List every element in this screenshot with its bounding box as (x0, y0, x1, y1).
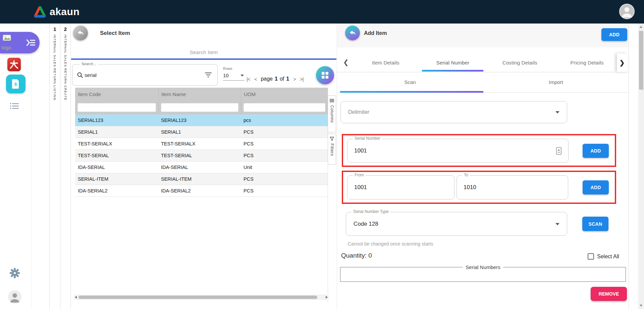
to-field: To (457, 175, 568, 200)
table-row[interactable]: TEST-SERIALXTEST-SERIALXPCS (75, 138, 328, 150)
autofill-icon[interactable] (556, 147, 561, 155)
filter-input-item-code[interactable] (77, 103, 156, 112)
logo-alt-text: logo (2, 45, 11, 50)
column-header-uom[interactable]: UOM (241, 88, 328, 100)
scroll-right-icon[interactable] (326, 296, 328, 299)
filter-list-icon[interactable] (205, 72, 212, 78)
workspace-tab-number: 2 (64, 26, 67, 32)
table-cell: Unit (241, 165, 328, 170)
serial-numbers-list[interactable]: Serial Numbers (340, 264, 626, 282)
add-serial-button[interactable]: ADD (583, 144, 609, 158)
scan-import-tabs: Scan Import (337, 72, 629, 93)
back-button[interactable] (345, 26, 360, 40)
rows-per-page-select[interactable]: Rows 10 (223, 67, 245, 84)
brand-logo[interactable]: akaun (34, 6, 79, 18)
serial-number-label: Serial Number (353, 136, 382, 141)
table-cell: IDA-SERIAL (75, 165, 158, 170)
app-icon-da[interactable] (7, 58, 21, 71)
scroll-down-icon[interactable] (640, 305, 642, 307)
table-cell: SERIAL1 (75, 129, 158, 135)
add-item-panel: Add Item ADD ❮ Item Details Serial Numbe… (337, 24, 629, 309)
filters-tab-label: Filters (330, 143, 334, 156)
user-avatar[interactable] (619, 4, 635, 19)
filters-side-tab[interactable]: Filters (328, 134, 336, 165)
serial-number-type-label: Serial Number Type (352, 209, 390, 214)
grid-view-button[interactable] (316, 66, 334, 84)
tenant-logo-pill[interactable]: logo (0, 32, 40, 53)
back-arrow-icon (77, 29, 84, 37)
vertical-scrollbar[interactable] (638, 24, 644, 309)
serial-number-type-select[interactable]: Serial Number Type Code 128 (346, 212, 567, 236)
table-row[interactable]: SERIAL123SERIAL123pcs (75, 115, 328, 126)
filter-input-uom[interactable] (244, 103, 325, 112)
select-all-label: Select All (597, 254, 619, 260)
remove-button[interactable]: REMOVE (591, 287, 627, 301)
settings-gear-icon[interactable] (9, 267, 20, 280)
table-cell: TEST-SERIALX (75, 141, 158, 146)
table-row[interactable]: SERIAL1SERIAL1PCS (75, 126, 328, 138)
scan-button[interactable]: SCAN (582, 217, 608, 231)
tab-serial-number[interactable]: Serial Number (419, 53, 486, 72)
vertical-scrollbar-thumb[interactable] (639, 31, 643, 90)
column-header-item-code[interactable]: Item Code (75, 91, 158, 97)
app-root: akaun logo (0, 0, 644, 309)
search-input[interactable] (85, 70, 185, 80)
collapse-menu-icon[interactable] (26, 38, 36, 47)
serial-number-input[interactable] (354, 147, 509, 154)
tabs-scroll-left-icon[interactable]: ❮ (343, 58, 349, 66)
table-row[interactable]: SERIAL-ITEMSERIAL-ITEMPCS (75, 173, 328, 185)
first-page-button[interactable]: |< (247, 76, 250, 82)
panel-title: Select Item (100, 30, 130, 37)
table-cell: PCS (241, 129, 328, 135)
listing-menu-icon[interactable] (10, 103, 19, 111)
add-item-submit-button[interactable]: ADD (601, 28, 627, 41)
horizontal-scrollbar-thumb[interactable] (78, 296, 317, 299)
table-row[interactable]: IDA-SERIAL2IDA-SERIAL2PCS (75, 185, 328, 197)
workspace-tab-label: INTERNAL SALES RETURN LISTING (53, 35, 57, 101)
tab-search-item[interactable]: Search Item (71, 49, 337, 55)
person-icon (8, 290, 21, 304)
last-page-button[interactable]: >| (300, 76, 304, 82)
prev-page-button[interactable]: < (254, 76, 257, 82)
column-header-item-name[interactable]: Item Name (158, 88, 241, 100)
svg-text:$: $ (14, 82, 17, 87)
table-cell: IDA-SERIAL2 (158, 188, 241, 193)
search-icon (77, 72, 83, 78)
back-button[interactable] (73, 26, 88, 40)
tab-pricing-details[interactable]: Pricing Details (553, 53, 621, 72)
tab-scan[interactable]: Scan (337, 72, 483, 92)
table-row[interactable]: TEST-SERIALTEST-SERIALPCS (75, 150, 328, 162)
table-cell: TEST-SERIAL (158, 153, 241, 158)
workspace-tab-listing[interactable]: 1 INTERNAL SALES RETURN LISTING (49, 24, 60, 309)
person-icon (620, 4, 634, 18)
app-icon-invoice[interactable]: $ (6, 75, 25, 93)
workspace-tab-create[interactable]: 2 INTERNAL SALES RETURN CREATE (60, 24, 71, 309)
workspace-tab-label: INTERNAL SALES RETURN CREATE (64, 35, 67, 100)
select-all-checkbox[interactable] (588, 253, 594, 260)
from-input[interactable] (354, 184, 429, 191)
tab-costing-details[interactable]: Costing Details (486, 53, 553, 72)
columns-side-tab[interactable]: Columns (328, 95, 336, 132)
select-all-control[interactable]: Select All (588, 253, 619, 260)
table-cell: IDA-SERIAL (158, 165, 241, 170)
scroll-left-icon[interactable] (75, 296, 77, 299)
funnel-icon (330, 137, 334, 141)
dollar-document-icon: $ (11, 79, 20, 89)
tabs-scroll-right-button[interactable]: ❯ (617, 53, 627, 72)
from-label: From (353, 173, 366, 177)
rows-value: 10 (223, 73, 229, 78)
next-page-button[interactable]: > (293, 76, 296, 82)
profile-icon[interactable] (8, 290, 21, 304)
tab-item-details[interactable]: Item Details (352, 53, 419, 72)
horizontal-scrollbar[interactable] (74, 295, 329, 300)
to-input[interactable] (464, 184, 541, 191)
scroll-up-icon[interactable] (640, 26, 642, 28)
back-arrow-icon (349, 29, 356, 37)
table-row[interactable]: IDA-SERIALIDA-SERIALUnit (75, 162, 328, 173)
delimiter-select[interactable]: Delimiter (340, 101, 567, 123)
filter-input-item-name[interactable] (161, 103, 238, 112)
serial-number-type-value: Code 128 (354, 221, 378, 227)
add-range-button[interactable]: ADD (583, 180, 609, 194)
da-character-icon (9, 60, 19, 69)
tab-import[interactable]: Import (483, 72, 629, 92)
